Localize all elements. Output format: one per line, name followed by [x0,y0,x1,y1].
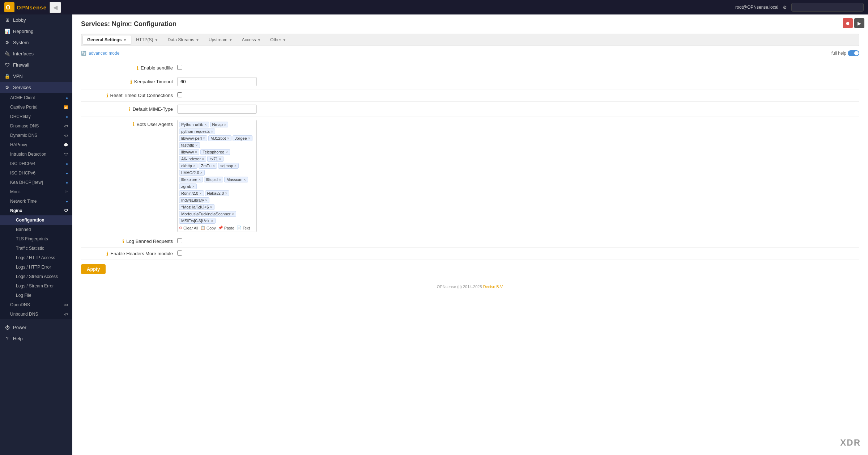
footer-link[interactable]: Deciso B.V. [483,285,503,289]
tags-container-bots[interactable]: Python-urllib× Nmap× python-requests× li… [177,120,257,232]
tag-close-okhttp[interactable]: × [193,164,195,168]
sidebar-item-lobby[interactable]: ⊞ Lobby [0,14,72,26]
sidebar-item-label-reporting: Reporting [13,29,68,34]
firewall-icon: 🛡 [4,62,10,68]
tag-close-zgrab[interactable]: × [192,184,195,189]
tag-close-hakai[interactable]: × [225,191,227,195]
tag-close-libwww[interactable]: × [195,150,197,154]
sidebar-item-dnsmasq[interactable]: Dnsmasq DNS 🏷 [0,121,72,131]
label-text-bots: Bots User Agents [137,122,173,127]
tag-close-morfeus[interactable]: × [231,212,234,216]
navbar-toggle-button[interactable]: ◀ [50,2,61,13]
tag-close-indy[interactable]: × [205,198,207,202]
tag-close-python-requests[interactable]: × [211,129,213,134]
form-label-enable-headers-more: ℹ Enable Headers More module [81,248,175,260]
sidebar-item-logs-stream-error[interactable]: Logs / Stream Error [0,281,72,291]
sidebar-item-reporting[interactable]: 📊 Reporting [0,26,72,37]
tag-close-python-urllib[interactable]: × [204,122,207,127]
full-help-toggle[interactable] [848,50,859,56]
sidebar-item-dhcrelay[interactable]: DHCRelay ● [0,112,72,121]
tag-close-mj12bot[interactable]: × [227,136,229,140]
sidebar-item-logs-stream-access[interactable]: Logs / Stream Access [0,272,72,281]
tag-close-nmap[interactable]: × [224,122,226,127]
sidebar-item-system[interactable]: ⚙ System [0,37,72,48]
tab-https[interactable]: HTTP(S) ▼ [132,35,162,44]
sidebar-item-unbound-dns[interactable]: Unbound DNS 🏷 [0,309,72,319]
tags-text-button[interactable]: 📄 Text [237,226,250,230]
sidebar-item-nginx[interactable]: Nginx 🛡 [0,206,72,215]
tag-close-ltx71[interactable]: × [219,157,221,161]
sidebar-item-haproxy[interactable]: HAProxy 💬 [0,140,72,149]
sidebar-item-monit[interactable]: Monit ♡ [0,187,72,197]
tag-close-ronin[interactable]: × [199,191,201,195]
sidebar-item-vpn[interactable]: 🔒 VPN [0,71,72,82]
sidebar-item-services[interactable]: ⚙ Services [0,82,72,93]
tag-close-mozilla-regex[interactable]: × [210,205,212,209]
sidebar-item-interfaces[interactable]: 🔌 Interfaces [0,48,72,59]
tag-close-l9tcpid[interactable]: × [219,177,221,182]
input-default-mime-type[interactable] [177,105,257,114]
sidebar-item-configuration[interactable]: Configuration [0,215,72,225]
sidebar-item-kea-dhcp[interactable]: Kea DHCP [new] ● [0,178,72,187]
form-row-enable-headers-more: ℹ Enable Headers More module [81,248,859,260]
checkbox-enable-headers-more[interactable] [177,250,182,256]
tag-close-jorgee[interactable]: × [248,136,250,140]
sidebar-item-captive-portal[interactable]: Captive Portal 📶 [0,102,72,112]
tag-close-msie[interactable]: × [211,219,213,223]
sidebar-item-network-time[interactable]: Network Time ● [0,197,72,206]
sidebar-item-banned[interactable]: Banned [0,225,72,234]
sidebar-item-isc-dhcpv4[interactable]: ISC DHCPv4 ● [0,159,72,168]
tab-general-settings[interactable]: General Settings ▼ [83,35,131,44]
sidebar-item-acme-client[interactable]: ACME Client ● [0,93,72,102]
tags-row-3: libwww× Telesphoreo× A6-Indexer× ltx71× [179,149,255,162]
sidebar-nginx-submenu: Configuration Banned TLS Fingerprints Tr… [0,215,72,300]
tags-clear-all-button[interactable]: ⊘ Clear All [179,226,198,230]
sidebar-label-monit: Monit [10,189,21,194]
opnsense-logo-icon: O [4,2,14,12]
expand-button[interactable]: ▶ [854,18,864,28]
sidebar-label-isc-dhcpv6: ISC DHCPv6 [10,170,35,176]
sidebar-item-help[interactable]: ? Help [0,333,72,344]
tab-access-arrow: ▼ [257,38,261,42]
record-button[interactable]: ⏺ [843,18,853,28]
text-label: Text [243,226,250,230]
tag-close-telesphoreo[interactable]: × [225,150,227,154]
navbar-settings-icon[interactable]: ⚙ [783,5,787,10]
sidebar-item-power[interactable]: ⏻ Power [0,322,72,333]
checkbox-enable-sendfile[interactable] [177,65,182,70]
apply-button[interactable]: Apply [81,264,106,274]
network-time-badge: ● [66,199,68,203]
tab-upstream[interactable]: Upstream ▼ [204,35,237,44]
tag-close-zmeu[interactable]: × [213,164,215,168]
tag-close-libwww-perl[interactable]: × [203,136,205,140]
tag-close-fasthttp[interactable]: × [195,143,197,147]
sidebar-item-logs-http-access[interactable]: Logs / HTTP Access [0,253,72,262]
tag-close-sqlmap[interactable]: × [234,164,237,168]
input-keepalive-timeout[interactable] [177,77,257,86]
sidebar-item-firewall[interactable]: 🛡 Firewall [0,59,72,71]
sidebar-label-kea-dhcp: Kea DHCP [new] [10,180,43,185]
tags-paste-button[interactable]: 📌 Paste [218,226,234,230]
label-text-mime-type: Default MIME-Type [133,106,173,112]
tag-close-l9explore[interactable]: × [199,177,201,182]
tab-access[interactable]: Access ▼ [238,35,265,44]
sidebar-item-tls-fingerprints[interactable]: TLS Fingerprints [0,234,72,244]
tag-close-masscan[interactable]: × [243,177,246,182]
tab-other[interactable]: Other ▼ [266,35,290,44]
checkbox-reset-timed-out[interactable] [177,92,182,97]
sidebar-item-log-file[interactable]: Log File [0,291,72,300]
tags-copy-button[interactable]: 📋 Copy [200,226,216,230]
tag-close-lmao[interactable]: × [200,170,203,175]
navbar-search-input[interactable] [791,3,864,12]
sidebar-item-opendns[interactable]: OpenDNS 🏷 [0,300,72,309]
sidebar-item-logs-http-error[interactable]: Logs / HTTP Error [0,262,72,272]
tag-close-a6-indexer[interactable]: × [202,157,204,161]
advanced-mode-link[interactable]: 🔄 advanced mode [81,51,119,56]
sidebar-label-captive: Captive Portal [10,105,37,110]
checkbox-log-banned-requests[interactable] [177,238,182,243]
sidebar-item-dynamic-dns[interactable]: Dynamic DNS 🏷 [0,131,72,140]
sidebar-item-intrusion-detection[interactable]: Intrusion Detection 🛡 [0,149,72,159]
tab-data-streams[interactable]: Data Streams ▼ [163,35,204,44]
sidebar-item-isc-dhcpv6[interactable]: ISC DHCPv6 ● [0,168,72,178]
sidebar-item-traffic-statistic[interactable]: Traffic Statistic [0,244,72,253]
